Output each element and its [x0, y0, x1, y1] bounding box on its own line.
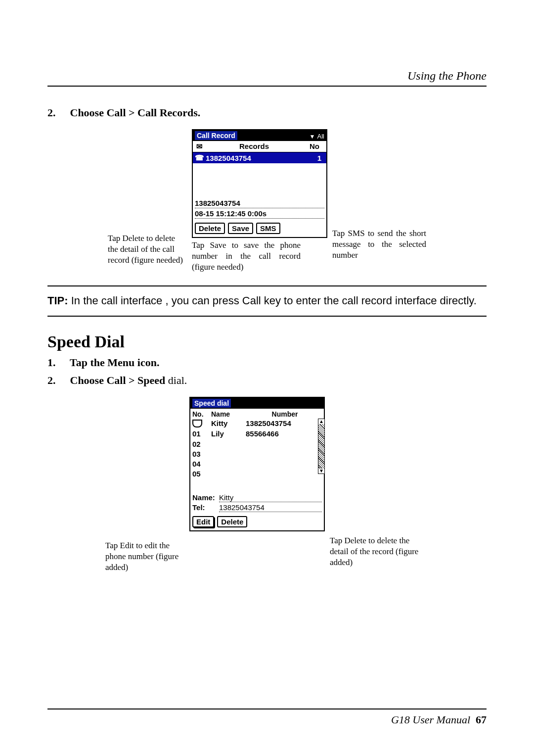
row-no: 02	[192, 439, 211, 449]
step-b-1: 1. Tap the Menu icon.	[47, 356, 487, 369]
scroll-up-icon[interactable]: ▲	[318, 419, 324, 424]
tip-box: TIP: In the call interface , you can pre…	[47, 285, 487, 317]
tel-value[interactable]: 13825043754	[219, 503, 322, 512]
step-text: Choose Call > Call Records.	[70, 106, 201, 119]
step-text-b: dial.	[168, 374, 187, 386]
envelope-icon: ✉	[195, 142, 204, 151]
call-record-screen: Call Record ▼ All ✉ Records No ☎ 1382504…	[192, 129, 327, 238]
row-number: 85566466	[246, 429, 324, 439]
section-heading: Speed Dial	[47, 332, 487, 351]
row-number: 13825043754	[246, 419, 324, 429]
edit-button[interactable]: Edit	[192, 516, 214, 527]
dropdown-icon[interactable]: ▼	[309, 133, 315, 140]
step-number: 2.	[47, 106, 67, 119]
app-title: Call Record	[195, 131, 237, 140]
annotation-edit: Tap Edit to edit the phone number (figur…	[105, 540, 184, 573]
tel-label: Tel:	[192, 503, 216, 512]
list-row[interactable]: 01 Lily 85566466	[191, 429, 325, 439]
button-row: Edit Delete	[190, 513, 324, 530]
filter-all[interactable]: All	[317, 133, 324, 140]
step-a-2: 2. Choose Call > Call Records.	[47, 106, 487, 119]
list-row-selected[interactable]: ☎ 13825043754 1	[193, 152, 326, 163]
row-no: 01	[192, 429, 211, 439]
delete-button[interactable]: Delete	[195, 223, 225, 234]
titlebar: Speed dial	[190, 398, 324, 409]
page-header: Using the Phone	[47, 69, 487, 87]
row-name: Lily	[211, 429, 246, 439]
name-value[interactable]: Kitty	[219, 493, 322, 502]
step-text: Tap the Menu icon.	[70, 356, 159, 369]
list-row[interactable]: Kitty 13825043754	[191, 419, 325, 429]
tel-field: Tel: 13825043754	[192, 503, 322, 512]
save-button[interactable]: Save	[228, 223, 253, 234]
row-number: 13825043754	[206, 154, 251, 162]
detail-number: 13825043754	[195, 199, 324, 208]
scrollbar[interactable]: ▲ ▼	[318, 419, 325, 474]
list-header: No. Name Number	[191, 410, 325, 419]
name-field: Name: Kitty	[192, 493, 322, 502]
col-no: No	[305, 142, 324, 151]
name-label: Name:	[192, 493, 216, 502]
annotation-save: Tap Save to save the phone number in the…	[192, 240, 301, 273]
tip-text: In the call interface , you can press Ca…	[71, 294, 477, 307]
list-header: ✉ Records No	[193, 141, 326, 152]
speed-dial-figure: Tap Edit to edit the phone number (figur…	[47, 397, 487, 573]
row-name: Kitty	[211, 419, 246, 429]
col-number: Number	[246, 410, 324, 418]
page-number: 67	[476, 713, 487, 726]
handset-icon: ☎	[195, 153, 204, 162]
row-no: 04	[192, 459, 211, 469]
app-title: Speed dial	[192, 399, 231, 408]
section-title: Using the Phone	[407, 69, 487, 82]
delete-button[interactable]: Delete	[217, 516, 247, 527]
button-row: Delete Save SMS	[193, 220, 326, 237]
list-row[interactable]: 03	[191, 449, 325, 459]
titlebar: Call Record ▼ All	[193, 130, 326, 141]
call-record-figure: Tap Delete to delete the detail of the c…	[47, 129, 487, 273]
row-no: 1	[317, 154, 324, 162]
row-no: 03	[192, 449, 211, 459]
step-b-2: 2. Choose Call > Speed dial.	[47, 374, 487, 387]
tip-label: TIP:	[47, 294, 68, 307]
annotation-delete: Tap Delete to delete the detail of the r…	[330, 535, 429, 568]
scroll-down-icon[interactable]: ▼	[318, 469, 324, 473]
list-row[interactable]: 05	[191, 469, 325, 479]
step-number: 1.	[47, 356, 67, 369]
step-text-a: Choose Call > Speed	[70, 374, 168, 386]
list-row[interactable]: 04	[191, 459, 325, 469]
sms-button[interactable]: SMS	[256, 223, 280, 234]
detail-time: 08-15 15:12:45 0:00s	[195, 209, 324, 219]
col-name: Name	[211, 410, 246, 418]
row-no: 05	[192, 469, 211, 479]
manual-name: G18 User Manual	[391, 713, 470, 726]
col-no: No.	[192, 410, 211, 418]
step-number: 2.	[47, 374, 67, 387]
annotation-sms: Tap SMS to send the short message to the…	[332, 228, 426, 261]
annotation-delete: Tap Delete to delete the detail of the c…	[108, 233, 187, 266]
voicemail-icon	[192, 420, 202, 427]
speed-dial-screen: Speed dial No. Name Number Kitty 1382504…	[189, 397, 325, 531]
list-row[interactable]: 02	[191, 439, 325, 449]
col-records: Records	[204, 142, 305, 151]
page-footer: G18 User Manual 67	[47, 709, 487, 726]
